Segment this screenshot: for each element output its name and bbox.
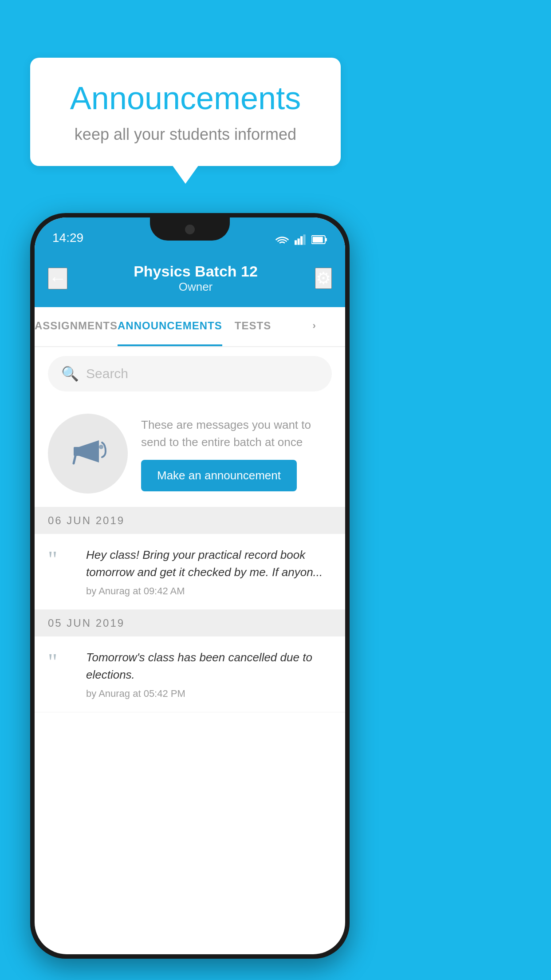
announcement-item-1[interactable]: " Hey class! Bring your practical record… [35, 534, 345, 610]
bubble-subtitle: keep all your students informed [57, 125, 314, 144]
speech-bubble: Announcements keep all your students inf… [30, 58, 341, 166]
quote-icon-2: " [48, 651, 75, 674]
svg-line-9 [74, 456, 75, 463]
battery-icon [311, 234, 327, 245]
settings-button[interactable]: ⚙ [315, 268, 332, 289]
tab-more[interactable]: › [283, 307, 345, 346]
svg-marker-7 [79, 440, 99, 462]
phone-frame: 14:29 [30, 213, 350, 959]
promo-content: These are messages you want to send to t… [141, 416, 332, 491]
app-bar: ← Physics Batch 12 Owner ⚙ [35, 249, 345, 307]
signal-icon [295, 234, 306, 245]
announcement-icon-circle [48, 414, 128, 494]
app-bar-title-container: Physics Batch 12 Owner [76, 263, 315, 294]
announcement-meta-2: by Anurag at 05:42 PM [86, 688, 332, 699]
app-bar-subtitle: Owner [76, 280, 315, 294]
bubble-title: Announcements [57, 80, 314, 116]
search-container: 🔍 Search [35, 347, 345, 400]
status-time: 14:29 [52, 231, 83, 245]
make-announcement-button[interactable]: Make an announcement [141, 460, 297, 491]
svg-rect-5 [325, 238, 327, 241]
app-bar-title: Physics Batch 12 [76, 263, 315, 280]
date-separator-2: 05 JUN 2019 [35, 610, 345, 636]
tab-tests[interactable]: TESTS [222, 307, 284, 346]
phone-mockup: 14:29 [30, 213, 350, 959]
phone-notch [150, 217, 230, 241]
svg-rect-8 [74, 447, 80, 456]
announcement-item-2[interactable]: " Tomorrow's class has been cancelled du… [35, 636, 345, 712]
svg-rect-3 [303, 234, 306, 245]
status-icons [275, 234, 327, 245]
svg-point-10 [99, 445, 103, 449]
tab-assignments[interactable]: ASSIGNMENTS [35, 307, 118, 346]
svg-rect-0 [295, 240, 297, 245]
camera-dot [185, 225, 195, 234]
announcement-content-1: Hey class! Bring your practical record b… [86, 546, 332, 597]
search-bar[interactable]: 🔍 Search [48, 356, 332, 391]
tabs-container: ASSIGNMENTS ANNOUNCEMENTS TESTS › [35, 307, 345, 347]
back-button[interactable]: ← [48, 268, 67, 289]
promo-description: These are messages you want to send to t… [141, 416, 332, 451]
announcement-text-2: Tomorrow's class has been cancelled due … [86, 649, 332, 684]
svg-rect-6 [313, 237, 323, 243]
date-separator-1: 06 JUN 2019 [35, 507, 345, 534]
announcement-text-1: Hey class! Bring your practical record b… [86, 546, 332, 581]
phone-screen: 14:29 [35, 217, 345, 954]
svg-rect-1 [298, 238, 300, 245]
tab-announcements[interactable]: ANNOUNCEMENTS [118, 307, 222, 346]
search-icon: 🔍 [61, 365, 79, 382]
quote-icon-1: " [48, 548, 75, 571]
search-placeholder: Search [86, 366, 128, 381]
promo-section: These are messages you want to send to t… [35, 400, 345, 507]
speech-bubble-container: Announcements keep all your students inf… [30, 58, 341, 166]
announcement-meta-1: by Anurag at 09:42 AM [86, 585, 332, 597]
wifi-icon [275, 234, 289, 245]
megaphone-icon [66, 431, 110, 476]
svg-rect-2 [300, 236, 303, 245]
announcement-content-2: Tomorrow's class has been cancelled due … [86, 649, 332, 699]
